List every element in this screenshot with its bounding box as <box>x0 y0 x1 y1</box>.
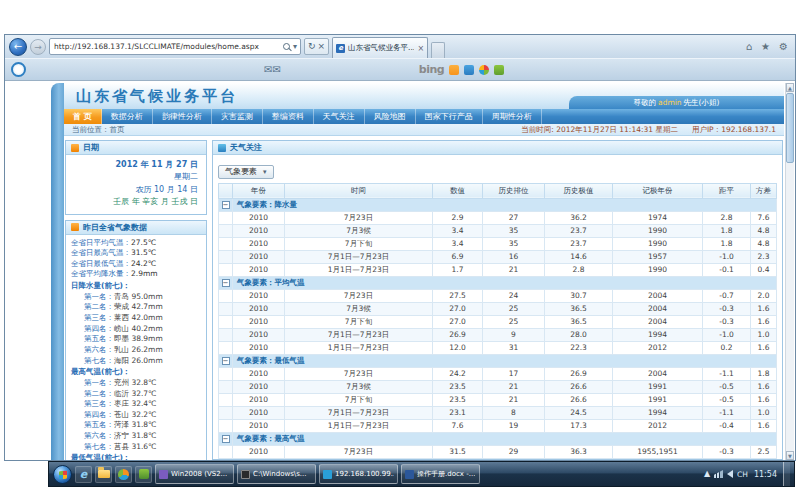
volume-icon[interactable] <box>727 470 733 478</box>
browser-tab[interactable]: e 山东省气候业务平... × <box>332 37 428 58</box>
mail-icon[interactable]: ✉ <box>272 65 280 75</box>
cell: 1.8 <box>751 367 777 380</box>
start-button[interactable] <box>53 465 72 484</box>
toolbar-colored-icon[interactable] <box>464 65 474 75</box>
collapse-icon[interactable]: − <box>222 435 230 443</box>
address-bar[interactable]: http://192.168.137.1/SLCCLIMATE/modules/… <box>49 38 301 55</box>
stat-value: 2.9mm <box>131 269 158 280</box>
cell: 26.9 <box>545 367 613 380</box>
favorites-button[interactable]: ★ <box>758 41 773 52</box>
nav-item-5[interactable]: 天气关注 <box>314 109 365 124</box>
toolbar-colored-icon[interactable] <box>479 65 489 75</box>
user-greeting: 尊敬的admin先生(小姐) <box>569 96 784 109</box>
nav-item-8[interactable]: 周期性分析 <box>483 109 542 124</box>
taskbar-clock[interactable]: 11:54 <box>752 470 779 479</box>
media-player-quicklaunch-icon[interactable] <box>115 466 132 483</box>
mail-icon[interactable]: ✉ <box>264 65 272 75</box>
table-row[interactable]: 20101月1日—7月23日7.61917.32012-0.41.6 <box>219 419 777 432</box>
table-row[interactable]: 20107月1日—7月23日23.1824.51994-1.11.0 <box>219 406 777 419</box>
home-button[interactable]: ⌂ <box>743 41 755 52</box>
table-group-row-0[interactable]: −气象要素：降水量 <box>219 198 777 211</box>
toolbar-colored-icon[interactable] <box>449 65 459 75</box>
nav-item-3[interactable]: 灾害监测 <box>212 109 263 124</box>
table-row[interactable]: 20107月3候27.02536.52004-0.31.6 <box>219 302 777 315</box>
nav-item-2[interactable]: 韵律性分析 <box>153 109 212 124</box>
row-spacer <box>219 341 233 354</box>
collapse-icon[interactable]: − <box>222 201 230 209</box>
collapse-cell[interactable]: − <box>219 198 233 211</box>
ie-quicklaunch-icon[interactable]: e <box>75 466 92 483</box>
table-row[interactable]: 20101月1日—7月23日12.03122.320120.21.6 <box>219 341 777 354</box>
table-row[interactable]: 20107月下旬3.43523.719901.84.8 <box>219 237 777 250</box>
col-header-2: 数值 <box>433 183 483 198</box>
nav-item-0[interactable]: 首 页 <box>64 109 102 124</box>
table-group-row-2[interactable]: −气象要素：最低气温 <box>219 354 777 367</box>
new-tab-button[interactable] <box>431 42 445 58</box>
status-right: 当前时间: 2012年11月27日 11:14:31 星期二 用户IP：192.… <box>521 125 776 135</box>
nav-item-1[interactable]: 数据分析 <box>102 109 153 124</box>
toolbar-colored-icon[interactable] <box>494 65 504 75</box>
table-row[interactable]: 20107月3候31.42535.31951-0.31.9 <box>219 458 777 459</box>
cell: 2.3 <box>751 250 777 263</box>
refresh-button[interactable]: ↻ <box>308 42 316 51</box>
scroll-up-button[interactable]: ▲ <box>786 83 794 92</box>
table-row[interactable]: 20107月23日24.21726.92004-1.11.8 <box>219 367 777 380</box>
taskbar-window-1[interactable]: C:\Windows\s... <box>237 464 316 484</box>
stat-row: 全省日最高气温：31.5℃ <box>71 248 201 259</box>
table-row[interactable]: 20107月1日—7月23日6.91614.61957-1.02.3 <box>219 250 777 263</box>
row-spacer <box>219 237 233 250</box>
weather-panel-header: 昨日全省气象数据 <box>66 221 206 235</box>
nav-item-7[interactable]: 国家下行产品 <box>416 109 483 124</box>
network-icon[interactable] <box>714 470 723 478</box>
tray-expand-icon[interactable]: ▲ <box>704 470 710 478</box>
group-title: 气象要素：平均气温 <box>233 276 777 289</box>
stop-button[interactable]: × <box>318 42 326 51</box>
table-row[interactable]: 20107月1日—7月23日26.9928.01994-1.01.0 <box>219 328 777 341</box>
taskbar-window-3[interactable]: 操作手册.docx -... <box>401 464 480 484</box>
collapse-cell[interactable]: − <box>219 354 233 367</box>
collapse-cell[interactable]: − <box>219 432 233 445</box>
back-button[interactable]: ← <box>9 38 27 56</box>
table-row[interactable]: 20107月23日31.52936.31955,1951-0.32.5 <box>219 445 777 458</box>
explorer-quicklaunch-icon[interactable] <box>95 466 112 483</box>
rank-value: 即墨 38.9mm <box>114 334 163 345</box>
collapse-cell[interactable]: − <box>219 276 233 289</box>
cell: 2012 <box>613 419 703 432</box>
tools-button[interactable]: ⚙ <box>776 41 791 52</box>
nav-item-4[interactable]: 整编资料 <box>263 109 314 124</box>
table-row[interactable]: 20107月3候23.52126.61991-0.51.6 <box>219 380 777 393</box>
url-text[interactable]: http://192.168.137.1/SLCCLIMATE/modules/… <box>54 42 280 51</box>
breadcrumb: 当前位置：首页 <box>72 125 125 135</box>
table-row[interactable]: 20107月下旬27.02536.52004-0.31.6 <box>219 315 777 328</box>
app-quicklaunch-icon[interactable] <box>135 466 152 483</box>
cell: 2.0 <box>751 289 777 302</box>
browser-window: ← → http://192.168.137.1/SLCCLIMATE/modu… <box>4 34 796 461</box>
table-row[interactable]: 20107月3候3.43523.719901.84.8 <box>219 224 777 237</box>
table-group-row-3[interactable]: −气象要素：最高气温 <box>219 432 777 445</box>
collapse-icon[interactable]: − <box>222 357 230 365</box>
taskbar-window-0[interactable]: Win2008 (VS2... <box>155 464 234 484</box>
collapse-icon[interactable]: − <box>222 279 230 287</box>
scroll-down-button[interactable]: ▼ <box>786 451 794 460</box>
table-row[interactable]: 20101月1日—7月23日1.7212.81990-0.10.4 <box>219 263 777 276</box>
taskbar-window-2[interactable]: 192.168.100.99... <box>319 464 398 484</box>
tab-close-button[interactable]: × <box>417 44 424 53</box>
table-row[interactable]: 20107月下旬23.52126.61991-0.51.6 <box>219 393 777 406</box>
bing-logo[interactable]: bing <box>419 63 444 76</box>
table-group-row-1[interactable]: −气象要素：平均气温 <box>219 276 777 289</box>
forward-button[interactable]: → <box>30 39 46 55</box>
chevron-down-icon[interactable]: ▾ <box>293 43 297 51</box>
show-desktop-button[interactable] <box>783 462 790 486</box>
element-filter-button[interactable]: 气象要素 ▾ <box>218 165 274 179</box>
search-icon[interactable] <box>283 43 290 50</box>
rank-value: 乳山 26.2mm <box>114 345 163 356</box>
toolbar-logo-icon[interactable] <box>11 62 26 77</box>
user-ip: 用户IP：192.168.137.1 <box>692 125 776 135</box>
page-scrollbar[interactable]: ▲ ▼ <box>785 83 794 460</box>
table-row[interactable]: 20107月23日2.92736.219742.87.6 <box>219 211 777 224</box>
language-indicator[interactable]: CH <box>737 470 748 479</box>
nav-item-6[interactable]: 风险地图 <box>365 109 416 124</box>
scrollbar-thumb[interactable] <box>786 93 794 163</box>
weather-icon <box>218 144 226 152</box>
table-row[interactable]: 20107月23日27.52430.72004-0.72.0 <box>219 289 777 302</box>
